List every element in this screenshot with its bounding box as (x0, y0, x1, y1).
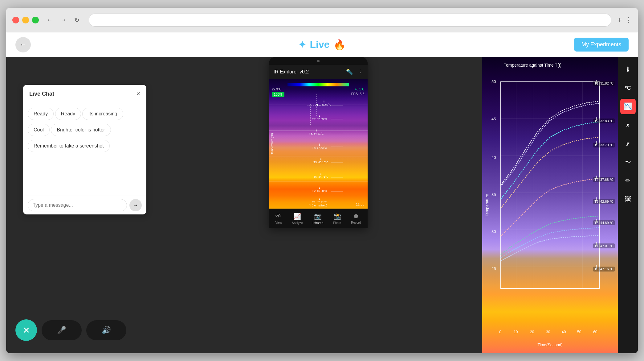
app-logo-icon: ✦ (298, 39, 306, 50)
record-icon: ⏺ (353, 213, 359, 220)
list-item: Ready (28, 108, 54, 120)
tool-graph-line[interactable]: 📉 (620, 99, 636, 114)
infrared-icon: 📷 (314, 213, 322, 220)
graph-t2-label: T2: 32.83 °C (593, 118, 615, 123)
y-value-30: 30 (491, 229, 496, 234)
nav-record[interactable]: ⏺ Record (351, 213, 361, 225)
mute-button[interactable]: 🎤 (42, 320, 82, 340)
graph-t8-label: T8: 47.16 °C (593, 267, 615, 272)
y-axis-icon: y (626, 141, 629, 146)
browser-back-button[interactable]: ← (45, 15, 54, 25)
thermometer-icon: 🌡 (320, 172, 322, 175)
flame-icon: 🔥 (333, 39, 346, 51)
phone-bottom-nav: 👁 View 📈 Analyze 📷 Infrared 📸 Photo (269, 209, 368, 228)
nav-record-label: Record (351, 221, 361, 224)
nav-view[interactable]: 👁 View (275, 213, 282, 225)
tool-waves[interactable]: 〜 (620, 154, 636, 170)
camera-icon: 📸 (333, 213, 341, 220)
nav-photo[interactable]: 📸 Photo (333, 213, 341, 225)
right-sidebar: 🌡 °C 📉 x y 〜 ✏ 🖼 (618, 57, 638, 353)
graph-t7-label: T7: 47.01 °C (593, 243, 615, 248)
chat-input-area: → (23, 196, 146, 214)
y-value-45: 45 (491, 117, 496, 121)
new-tab-button[interactable]: + (614, 14, 625, 26)
temp-marker-t2: 🌡 T2: 32.69°C (312, 114, 327, 121)
my-experiments-button[interactable]: My Experiments (574, 38, 629, 52)
tool-eraser[interactable]: ✏ (620, 173, 636, 188)
temp-marker-t7: 🌡 T7: 46.58°C (312, 186, 327, 193)
t7-label: T7: 46.58°C (312, 189, 327, 193)
graph-line-icon: 📉 (624, 102, 632, 110)
x-value-20: 20 (530, 330, 534, 334)
chat-send-button[interactable]: → (129, 199, 142, 211)
battery-indicator: 100% (272, 92, 284, 97)
tool-x-axis[interactable]: x (620, 117, 636, 133)
browser-titlebar: ← → ↻ + ⋮ (6, 8, 638, 32)
tool-y-axis[interactable]: y (620, 136, 636, 151)
thermal-image: 27.3°C 48.1°C 100% FPS: 5.5 🌡 T1: 31.52°… (269, 79, 368, 209)
temp-labels-overlay: 27.3°C 48.1°C 100% FPS: 5.5 🌡 T1: 31.52°… (269, 79, 368, 209)
thermometer-icon: 🌡 (323, 100, 325, 103)
tool-celsius[interactable]: °C (620, 80, 636, 96)
browser-refresh-button[interactable]: ↻ (73, 15, 81, 25)
phone-status-bar (269, 57, 368, 65)
image-tool-icon: 🖼 (625, 196, 631, 203)
graph-title: Temperature against Time T(t) (504, 63, 561, 68)
x-axis-icon: x (626, 122, 629, 128)
back-button[interactable]: ← (15, 37, 31, 52)
t4-label: T4: 37.73°C (312, 146, 327, 149)
t2-label: T2: 32.69°C (312, 118, 327, 121)
phone-frame: IR Explorer v0.2 🔦 ⋮ (269, 57, 368, 228)
graph-t4-label: T4: 37.68 °C (593, 177, 615, 182)
list-item: Its increasing (82, 108, 123, 120)
phone-app-title: IR Explorer v0.2 (274, 69, 309, 75)
nav-infrared[interactable]: 📷 Infrared (313, 213, 323, 225)
temp-marker-t1: 🌡 T1: 31.52°C (317, 100, 332, 106)
bottom-controls: ✕ 🎤 🔊 (15, 319, 126, 341)
t1-label: T1: 31.52°C (317, 103, 332, 106)
center-panel: IR Explorer v0.2 🔦 ⋮ (154, 57, 482, 353)
status-dot (317, 60, 320, 62)
thermometer-icon: 🌡 (315, 129, 318, 132)
tool-image[interactable]: 🖼 (620, 191, 636, 207)
x-value-30: 30 (546, 330, 550, 334)
nav-infrared-label: Infrared (313, 221, 323, 225)
minimize-window-button[interactable] (22, 17, 29, 23)
list-item: Ready (55, 108, 81, 120)
tool-thermometer[interactable]: 🌡 (620, 62, 636, 77)
end-call-icon: ✕ (23, 325, 30, 335)
maximize-window-button[interactable] (32, 17, 39, 23)
nav-analyze-label: Analyze (292, 221, 303, 225)
browser-navigation: ← → ↻ (45, 15, 81, 25)
left-panel: Live Chat × Ready Ready Its increasing C… (6, 57, 154, 353)
fps-indicator: FPS: 5.5 (351, 92, 365, 96)
more-options-icon[interactable]: ⋮ (357, 68, 363, 75)
y-axis-label: Temperature (°C) (271, 133, 274, 154)
flashlight-icon[interactable]: 🔦 (346, 68, 353, 75)
chat-input[interactable] (28, 199, 127, 211)
app-header: ← ✦ Live 🔥 My Experiments (6, 32, 638, 57)
graph-t3-label: T3: 33.79 °C (593, 143, 615, 147)
thermometer-icon: 🌡 (318, 198, 321, 201)
address-bar[interactable] (89, 14, 611, 27)
chat-close-button[interactable]: × (136, 90, 140, 98)
volume-button[interactable]: 🔊 (86, 320, 126, 340)
y-axis-label: Temperature (485, 194, 489, 217)
end-call-button[interactable]: ✕ (15, 319, 37, 341)
view-icon: 👁 (275, 213, 282, 220)
close-window-button[interactable] (12, 17, 19, 23)
y-value-50: 50 (491, 79, 496, 84)
volume-icon: 🔊 (102, 326, 111, 334)
x-value-0: 0 (499, 330, 501, 334)
x-axis-label: Time(Second) (537, 342, 562, 347)
nav-analyze[interactable]: 📈 Analyze (292, 213, 303, 225)
x-axis-label: Y (normalized) (309, 204, 327, 207)
eraser-icon: ✏ (625, 177, 630, 184)
temp-marker-t5: 🌡 T5: 43.13°C (314, 158, 328, 164)
x-value-10: 10 (514, 330, 518, 334)
thermometer-tool-icon: 🌡 (625, 65, 631, 73)
browser-forward-button[interactable]: → (59, 15, 68, 25)
browser-menu-button[interactable]: ⋮ (625, 16, 632, 24)
thermometer-icon: 🌡 (318, 186, 321, 189)
t6-label: T6: 44.71°C (314, 175, 328, 178)
